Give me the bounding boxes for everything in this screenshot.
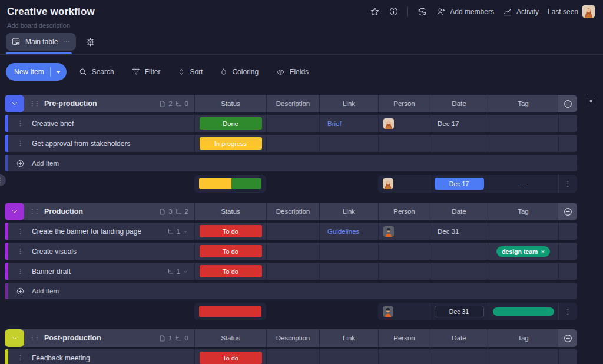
tag-cell[interactable] xyxy=(488,263,558,280)
date-cell[interactable]: Dec 31 xyxy=(430,223,488,240)
row-menu-icon[interactable]: ⋮ xyxy=(17,120,24,127)
description-cell[interactable] xyxy=(266,135,319,152)
new-item-button[interactable]: New Item xyxy=(6,63,67,81)
last-seen[interactable]: Last seen xyxy=(548,5,595,18)
subitem-toggle[interactable]: 1 xyxy=(167,268,188,275)
description-cell[interactable] xyxy=(266,115,319,132)
tab-menu-icon[interactable]: ⋯ xyxy=(62,38,70,46)
description-cell[interactable] xyxy=(266,223,319,240)
board-description-placeholder[interactable]: Add board description xyxy=(0,18,603,29)
person-avatar[interactable] xyxy=(383,226,394,237)
date-cell[interactable]: Dec 17 xyxy=(430,115,488,132)
description-cell[interactable] xyxy=(266,263,319,280)
group-collapse-button[interactable] xyxy=(5,329,24,347)
status-badge[interactable]: To do xyxy=(200,265,262,277)
link-cell[interactable] xyxy=(319,243,378,260)
sort-button[interactable]: Sort xyxy=(177,67,203,77)
table-row[interactable]: ⋮ Banner draft 1 To do xyxy=(5,263,577,280)
drag-handle-icon[interactable]: ⋮⋮ xyxy=(29,335,39,341)
subitem-toggle[interactable]: 1 xyxy=(167,228,188,235)
column-header-link[interactable]: Link xyxy=(319,95,378,112)
tag-cell[interactable] xyxy=(488,135,558,152)
new-item-dropdown[interactable] xyxy=(51,63,67,81)
status-badge[interactable]: To do xyxy=(200,352,262,364)
tag-cell[interactable] xyxy=(488,349,558,364)
date-cell[interactable] xyxy=(430,349,488,364)
tab-main-table[interactable]: Main table ⋯ xyxy=(6,33,76,51)
column-header-description[interactable]: Description xyxy=(266,329,319,347)
row-menu-icon[interactable]: ⋮ xyxy=(17,267,24,275)
person-cell[interactable] xyxy=(378,349,430,364)
person-avatar[interactable] xyxy=(383,178,393,189)
column-header-date[interactable]: Date xyxy=(430,329,488,347)
add-item-row[interactable]: Add Item xyxy=(5,283,577,299)
search-button[interactable]: Search xyxy=(78,67,114,77)
description-cell[interactable] xyxy=(266,349,319,364)
person-avatar[interactable] xyxy=(383,306,393,317)
group-name[interactable]: Pre-production xyxy=(44,100,97,108)
table-row[interactable]: ⋮ Creative brief Done Brief Dec 17 xyxy=(5,115,577,132)
column-header-status[interactable]: Status xyxy=(194,203,266,220)
description-cell[interactable] xyxy=(266,243,319,260)
status-badge[interactable]: Done xyxy=(200,117,262,130)
activity-button[interactable]: Activity xyxy=(503,7,539,16)
row-menu-icon[interactable]: ⋮ xyxy=(17,354,24,362)
tag-cell[interactable] xyxy=(488,115,558,132)
collapse-columns-icon[interactable] xyxy=(587,97,595,105)
last-seen-avatar[interactable] xyxy=(582,5,595,18)
table-row[interactable]: ⋮ Create visuals To do design team × xyxy=(5,243,577,260)
item-name[interactable]: Create the banner for landing page xyxy=(32,227,141,236)
column-header-description[interactable]: Description xyxy=(266,203,319,220)
column-header-date[interactable]: Date xyxy=(430,95,488,112)
item-name[interactable]: Banner draft xyxy=(32,267,71,276)
row-menu-icon[interactable]: ⋮ xyxy=(17,227,24,235)
tag-cell[interactable] xyxy=(488,223,558,240)
filter-button[interactable]: Filter xyxy=(131,67,161,77)
kebab-menu-icon[interactable]: ⋮ xyxy=(565,180,572,188)
coloring-button[interactable]: Coloring xyxy=(220,67,259,77)
integrations-sync-icon[interactable] xyxy=(417,6,428,17)
column-header-status[interactable]: Status xyxy=(194,95,266,112)
person-cell[interactable] xyxy=(378,223,430,240)
fields-button[interactable]: Fields xyxy=(276,68,309,77)
add-column-button[interactable] xyxy=(558,203,577,220)
link-cell[interactable] xyxy=(319,263,378,280)
column-header-status[interactable]: Status xyxy=(194,329,266,347)
column-header-date[interactable]: Date xyxy=(430,203,488,220)
group-name[interactable]: Production xyxy=(44,207,83,216)
item-name[interactable]: Creative brief xyxy=(32,120,74,128)
column-header-tag[interactable]: Tag xyxy=(488,95,558,112)
table-row[interactable]: ⋮ Create the banner for landing page 1 T… xyxy=(5,223,577,240)
table-row[interactable]: ⋮ Get approval from stakeholders In prog… xyxy=(5,135,577,152)
person-cell[interactable] xyxy=(378,243,430,260)
date-cell[interactable] xyxy=(430,263,488,280)
link-cell[interactable]: Guidelines xyxy=(319,223,378,240)
link-cell[interactable] xyxy=(319,349,378,364)
column-header-tag[interactable]: Tag xyxy=(488,203,558,220)
item-link[interactable]: Brief xyxy=(320,120,342,127)
row-menu-icon[interactable]: ⋮ xyxy=(17,247,24,255)
item-name[interactable]: Feedback meeting xyxy=(32,354,90,362)
date-range-badge[interactable]: Dec 31 xyxy=(435,306,484,317)
info-icon[interactable] xyxy=(389,6,399,16)
tag-badge[interactable]: design team × xyxy=(496,246,550,257)
add-item-row[interactable]: Add Item xyxy=(5,155,577,171)
add-members-button[interactable]: Add members xyxy=(436,7,494,16)
status-badge[interactable]: To do xyxy=(200,225,262,237)
link-cell[interactable]: Brief xyxy=(319,115,378,132)
column-header-link[interactable]: Link xyxy=(319,203,378,220)
person-cell[interactable] xyxy=(378,135,430,152)
person-cell[interactable] xyxy=(378,263,430,280)
tag-remove-icon[interactable]: × xyxy=(541,248,544,255)
item-name[interactable]: Create visuals xyxy=(32,247,77,256)
column-header-description[interactable]: Description xyxy=(266,95,319,112)
person-cell[interactable] xyxy=(378,115,430,132)
date-cell[interactable] xyxy=(430,243,488,260)
status-badge[interactable]: In progress xyxy=(200,137,262,150)
column-header-tag[interactable]: Tag xyxy=(488,329,558,347)
add-column-button[interactable] xyxy=(558,329,577,347)
group-collapse-button[interactable] xyxy=(5,95,24,112)
date-cell[interactable] xyxy=(430,135,488,152)
person-avatar[interactable] xyxy=(383,118,394,129)
column-header-person[interactable]: Person xyxy=(378,329,430,347)
